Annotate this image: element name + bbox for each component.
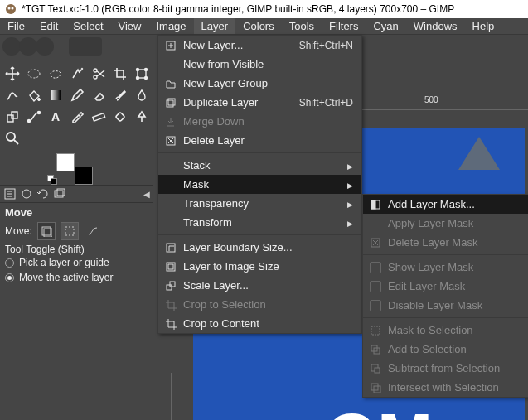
move-tool-icon[interactable] [2,63,22,84]
menu-view[interactable]: View [111,18,149,34]
svg-rect-50 [374,386,380,393]
clone-icon[interactable] [2,106,22,127]
menu-file[interactable]: File [0,18,32,34]
svg-rect-44 [371,326,380,335]
menu-separator [363,317,528,318]
color-swatches[interactable] [56,153,93,185]
ink-icon[interactable] [131,106,152,127]
svg-rect-21 [115,112,124,121]
radio-move-active-label: Move the active layer [19,272,113,283]
menu-layer-boundary[interactable]: Layer Boundary Size... [158,238,361,257]
warp-icon[interactable] [2,84,22,105]
menu-image[interactable]: Image [148,18,193,34]
menu-item-label: Merge Down [178,115,353,128]
fuzzy-select-icon[interactable] [66,63,87,84]
canvas-content-triangle [450,133,508,174]
layer-menu: New Layer... Shift+Ctrl+N New from Visib… [157,35,362,334]
text-icon[interactable]: A [45,106,65,127]
menu-new-layer-group[interactable]: New Layer Group [158,74,361,93]
svg-rect-49 [371,384,378,390]
menu-add-layer-mask[interactable]: Add Layer Mask... [363,195,528,214]
tool-toggle-label: Tool Toggle (Shift) [5,244,148,255]
menu-item-label: Layer to Image Size [178,260,353,273]
svg-rect-26 [57,189,65,196]
bg-color-swatch[interactable] [75,167,93,185]
pencil-icon[interactable] [66,84,87,105]
menu-item-label: Stack [178,159,342,171]
eraser-icon[interactable] [88,84,109,105]
unified-transform-icon[interactable] [131,63,152,84]
menu-new-layer[interactable]: New Layer... Shift+Ctrl+N [158,36,361,55]
menu-windows[interactable]: Windows [406,18,465,34]
menu-crop-to-content[interactable]: Crop to Content [158,314,361,333]
menu-layer[interactable]: Layer [194,18,236,34]
measure-icon[interactable] [88,106,109,127]
menu-stack[interactable]: Stack [158,156,361,175]
menu-delete-layer[interactable]: Delete Layer [158,131,361,150]
dock-menu-icon[interactable]: ◀ [143,190,150,199]
svg-point-3 [28,70,40,78]
bucket-fill-icon[interactable] [23,84,44,105]
free-select-icon[interactable] [45,63,65,84]
menu-edit[interactable]: Edit [32,18,65,34]
menu-colors[interactable]: Colors [235,18,282,34]
menu-new-from-visible[interactable]: New from Visible [158,55,361,74]
menu-cyan[interactable]: Cyan [366,18,405,34]
fg-color-swatch[interactable] [56,153,75,171]
window-title: *TGT Text.xcf-1.0 (RGB color 8-bit gamma… [22,0,454,18]
menu-item-label: Duplicate Layer [178,96,299,109]
healing-icon[interactable] [109,106,130,127]
history-tab-icon[interactable] [36,187,50,200]
svg-rect-36 [167,244,175,252]
menu-tools[interactable]: Tools [282,18,322,34]
radio-move-active[interactable]: Move the active layer [5,272,148,283]
paintbrush-icon[interactable] [109,84,130,105]
gradient-icon[interactable] [45,84,65,105]
menu-item-label: Mask [178,178,342,191]
svg-rect-42 [371,200,375,209]
svg-rect-39 [167,285,172,290]
menu-item-label: Layer Boundary Size... [178,241,353,253]
svg-point-9 [136,68,138,70]
menu-duplicate-layer[interactable]: Duplicate Layer Shift+Ctrl+D [158,93,361,112]
menu-scale-layer[interactable]: Scale Layer... [158,276,361,295]
menu-item-label: Crop to Content [178,317,353,330]
menu-intersect-with-selection: Intersect with Selection [363,378,528,397]
menu-mask[interactable]: Mask [158,175,361,194]
radio-pick-layer-label: Pick a layer or guide [19,257,109,268]
menu-separator [158,152,361,153]
images-tab-icon[interactable] [53,187,66,200]
move-layer-button[interactable] [37,222,56,240]
ruler-vertical[interactable] [153,373,172,420]
menu-transform[interactable]: Transform [158,213,361,232]
radio-pick-layer[interactable]: Pick a layer or guide [5,257,148,268]
ellipse-select-icon[interactable] [23,63,44,84]
device-tab-icon[interactable] [20,187,33,200]
move-path-button[interactable] [84,222,102,240]
menu-item-accel: Shift+Ctrl+D [299,97,353,109]
color-picker-icon[interactable] [66,106,87,127]
path-icon[interactable] [23,106,44,127]
menu-help[interactable]: Help [465,18,502,34]
menu-transparency[interactable]: Transparency [158,194,361,213]
svg-rect-40 [170,282,175,287]
menubar: File Edit Select View Image Layer Colors… [0,18,528,35]
left-panel: A ◀ Move Move: Tool Toggle (Shift) Pick … [0,35,153,290]
scissors-icon[interactable] [88,63,109,84]
tool-options-tab-icon[interactable] [3,187,17,200]
menu-show-layer-mask: Show Layer Mask [363,258,528,277]
menu-layer-to-image[interactable]: Layer to Image Size [158,257,361,276]
smudge-icon[interactable] [131,84,152,105]
canvas-content-text: GM [326,406,525,420]
zoom-icon[interactable] [2,128,22,148]
menu-item-label: Add Layer Mask... [383,198,528,210]
default-colors-icon-b[interactable] [51,178,57,185]
tool-options-title: Move [5,206,148,219]
menu-select[interactable]: Select [65,18,110,34]
crop-icon[interactable] [109,63,130,84]
svg-rect-29 [65,227,74,235]
move-selection-button[interactable] [61,222,79,240]
menu-filters[interactable]: Filters [322,18,366,34]
menu-crop-to-selection: Crop to Selection [158,295,361,314]
svg-point-11 [136,76,138,79]
